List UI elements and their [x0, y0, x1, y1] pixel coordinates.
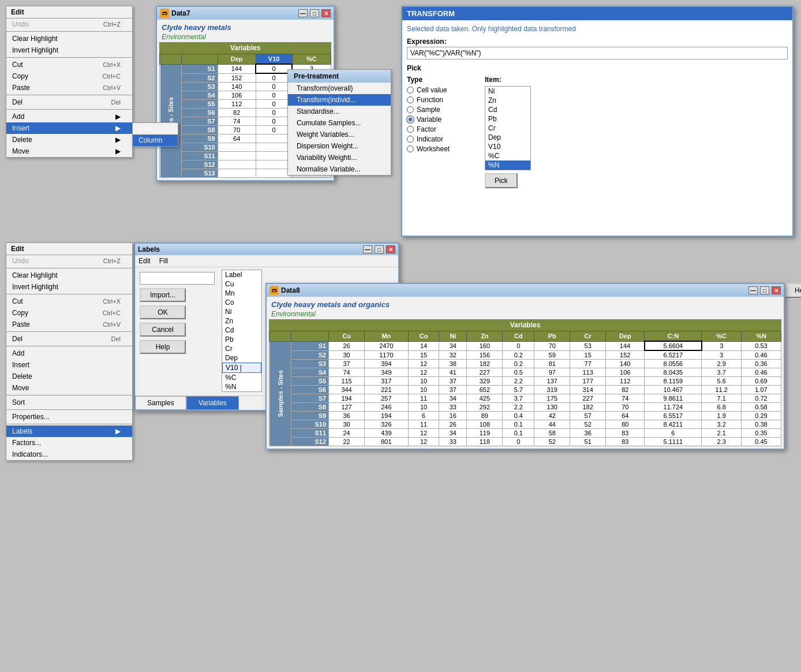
- menu2-add[interactable]: Add: [6, 348, 132, 359]
- menu-insert[interactable]: Insert ▶ Row Column: [6, 122, 132, 134]
- pretreatment-normalise[interactable]: Normalise Variable...: [288, 163, 391, 175]
- radio-function[interactable]: Function: [407, 96, 476, 104]
- menu2-properties[interactable]: Properties...: [6, 411, 132, 423]
- labels-import-btn[interactable]: Import...: [140, 288, 186, 302]
- data8-col-ni: Ni: [439, 331, 467, 342]
- menu2-paste[interactable]: Paste Ctrl+V: [6, 319, 132, 330]
- menu-sep-4: [6, 109, 132, 110]
- data8-col-cn: C:N: [645, 331, 702, 342]
- radio-cell-value-btn[interactable]: [407, 87, 414, 94]
- data7-col-v10: V10: [256, 54, 292, 65]
- labels-close[interactable]: ✕: [386, 245, 395, 253]
- radio-worksheet[interactable]: Worksheet: [407, 145, 476, 153]
- data7-minimize[interactable]: —: [298, 9, 308, 17]
- labels-samples-btn[interactable]: Samples: [135, 396, 186, 410]
- menu-sep-1: [6, 31, 132, 32]
- data7-icon: 🗃: [160, 9, 169, 18]
- labels-variables-btn[interactable]: Variables: [186, 396, 239, 410]
- radio-indicator-btn[interactable]: [407, 136, 414, 143]
- menu2-cut[interactable]: Cut Ctrl+X: [6, 296, 132, 307]
- pretreatment-weight-vars[interactable]: Weight Variables...: [288, 129, 391, 140]
- radio-factor-btn[interactable]: [407, 126, 414, 133]
- menu2-clear-highlight[interactable]: Clear Highlight: [6, 270, 132, 281]
- menu2-del[interactable]: Del Del: [6, 333, 132, 345]
- menu2-undo[interactable]: Undo Ctrl+Z: [6, 255, 132, 267]
- pretreatment-variability[interactable]: Variability Weighti...: [288, 152, 391, 163]
- menu2-delete[interactable]: Delete: [6, 371, 132, 382]
- data8-col-zn: Zn: [467, 331, 503, 342]
- labels-maximize[interactable]: □: [375, 245, 384, 253]
- data8-minimize[interactable]: —: [748, 286, 758, 294]
- pretreatment-title: Pre-treatment: [288, 70, 391, 83]
- menu2-sort[interactable]: Sort: [6, 397, 132, 408]
- menu-copy[interactable]: Copy Ctrl+C: [6, 70, 132, 82]
- edit-menu-1[interactable]: Edit Undo Ctrl+Z Clear Highlight Invert …: [6, 6, 133, 158]
- menu2-sep-3: [6, 331, 132, 332]
- edit-menu-2-title: Edit: [6, 243, 132, 255]
- transform-pick-section: Type Cell value Function Sample Variable: [407, 76, 788, 188]
- radio-cell-value[interactable]: Cell value: [407, 86, 476, 94]
- menu-invert-highlight[interactable]: Invert Highlight: [6, 44, 132, 56]
- menu2-labels[interactable]: Labels ▶: [6, 425, 132, 437]
- radio-variable[interactable]: Variable: [407, 115, 476, 124]
- data8-titlebar: 🗃 Data8 — □ ✕: [267, 284, 784, 297]
- menu-clear-highlight[interactable]: Clear Highlight: [6, 33, 132, 44]
- data7-maximize[interactable]: □: [310, 9, 319, 17]
- labels-input-field[interactable]: [140, 272, 215, 285]
- data7-close[interactable]: ✕: [321, 9, 331, 17]
- data7-dataset-type: Environmental: [159, 33, 331, 42]
- radio-sample[interactable]: Sample: [407, 106, 476, 114]
- menu-del[interactable]: Del Del: [6, 96, 132, 108]
- menu2-copy[interactable]: Copy Ctrl+C: [6, 307, 132, 319]
- pretreatment-cumulate[interactable]: Cumulate Samples...: [288, 117, 391, 129]
- labels-minimize[interactable]: —: [363, 245, 372, 253]
- pretreatment-standardise[interactable]: Standardise...: [288, 106, 391, 117]
- help-button[interactable]: Help: [785, 283, 801, 298]
- radio-factor[interactable]: Factor: [407, 125, 476, 133]
- data8-col-cd: Cd: [503, 331, 534, 342]
- data8-icon: 🗃: [270, 286, 279, 295]
- labels-menu-fill[interactable]: Fill: [159, 257, 168, 265]
- menu2-factors[interactable]: Factors...: [6, 437, 132, 449]
- data8-maximize[interactable]: □: [760, 286, 769, 294]
- menu-move[interactable]: Move ▶: [6, 145, 132, 157]
- labels-ok-btn[interactable]: OK: [140, 305, 186, 319]
- menu2-indicators[interactable]: Indicators...: [6, 449, 132, 460]
- insert-row[interactable]: Row: [133, 123, 178, 135]
- labels-list[interactable]: Label Cu Mn Co Ni Zn Cd Pb Cr Dep V10 | …: [222, 270, 262, 392]
- insert-submenu[interactable]: Row Column: [132, 122, 178, 147]
- data8-dataset-name: Clyde heavy metals and organics: [269, 299, 781, 310]
- pretreatment-transform-individ[interactable]: Transform(individ...: [288, 94, 391, 106]
- labels-menu-edit[interactable]: Edit: [139, 257, 151, 265]
- data7-title: Data7: [171, 9, 296, 17]
- menu-add[interactable]: Add ▶: [6, 111, 132, 122]
- menu2-invert-highlight[interactable]: Invert Highlight: [6, 281, 132, 293]
- radio-variable-btn[interactable]: [407, 116, 414, 123]
- radio-function-btn[interactable]: [407, 96, 414, 103]
- data7-row-s1: S1: [181, 64, 218, 73]
- labels-title: Labels: [138, 245, 361, 253]
- menu-cut[interactable]: Cut Ctrl+X: [6, 59, 132, 70]
- menu-delete[interactable]: Delete ▶: [6, 134, 132, 145]
- transform-info: Selected data taken. Only highlighted da…: [407, 25, 788, 33]
- pretreatment-transform-overall[interactable]: Transform(overall): [288, 83, 391, 94]
- data8-col-cu: Cu: [329, 331, 365, 342]
- menu-paste[interactable]: Paste Ctrl+V: [6, 82, 132, 94]
- pretreatment-menu[interactable]: Pre-treatment Transform(overall) Transfo…: [287, 69, 391, 176]
- data8-close[interactable]: ✕: [772, 286, 781, 294]
- transform-expr-input[interactable]: [407, 47, 788, 59]
- edit-menu-2[interactable]: Edit Undo Ctrl+Z Clear Highlight Invert …: [6, 242, 133, 461]
- radio-worksheet-btn[interactable]: [407, 145, 414, 152]
- pretreatment-dispersion[interactable]: Dispersion Weight...: [288, 140, 391, 152]
- labels-cancel-btn[interactable]: Cancel: [140, 323, 186, 337]
- menu2-insert[interactable]: Insert: [6, 359, 132, 371]
- data8-table: Cu Mn Co Ni Zn Cd Pb Cr Dep C:N %C %N Sa…: [269, 331, 781, 446]
- labels-help-btn[interactable]: Help: [140, 340, 186, 354]
- transform-pick-btn[interactable]: Pick: [485, 173, 518, 188]
- menu-undo[interactable]: Undo Ctrl+Z: [6, 18, 132, 30]
- menu2-move[interactable]: Move: [6, 382, 132, 394]
- transform-item-list[interactable]: Ni Zn Cd Pb Cr Dep V10 %C %N: [485, 86, 531, 170]
- insert-column[interactable]: Column: [133, 135, 178, 146]
- radio-sample-btn[interactable]: [407, 106, 414, 113]
- radio-indicator[interactable]: Indicator: [407, 135, 476, 143]
